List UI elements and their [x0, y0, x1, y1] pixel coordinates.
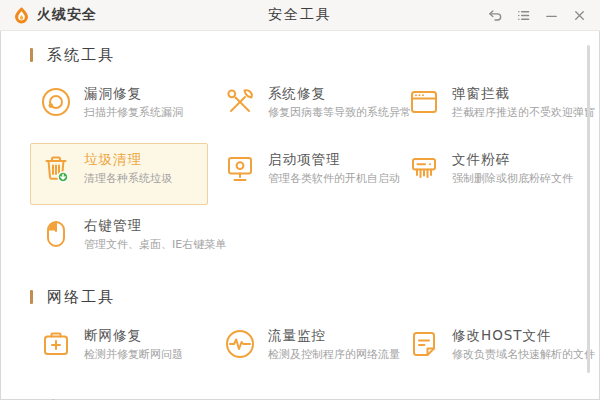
- tool-tile-network-repair[interactable]: 断网修复 检测并修复断网问题: [30, 319, 208, 381]
- tool-desc: 修复因病毒等导致的系统异常: [268, 105, 411, 120]
- tool-title: 右键管理: [84, 217, 226, 234]
- vulnerability-fix-icon: [38, 84, 74, 120]
- tool-title: 漏洞修复: [84, 85, 183, 102]
- section-0: 系统工具 漏洞修复 扫描并修复系统漏洞 系统修复 修复因病毒等导致的系统异常 弹…: [0, 45, 600, 271]
- close-icon[interactable]: [568, 4, 590, 26]
- tool-desc: 拦截程序推送的不受欢迎弹窗: [452, 105, 595, 120]
- tool-grid: 漏洞修复 扫描并修复系统漏洞 系统修复 修复因病毒等导致的系统异常 弹窗拦截 拦…: [0, 77, 600, 271]
- brand: 火绒安全: [0, 6, 97, 25]
- tool-title: 断网修复: [84, 327, 183, 344]
- tool-tile-host-file[interactable]: 修改HOST文件 修改负责域名快速解析的文件: [398, 319, 576, 381]
- tool-title: 修改HOST文件: [452, 327, 595, 344]
- mouse-icon: [38, 216, 74, 252]
- tool-tile-startup-manage[interactable]: 启动项管理 管理各类软件的开机自启动: [214, 143, 392, 205]
- back-icon[interactable]: [484, 4, 506, 26]
- tool-desc: 扫描并修复系统漏洞: [84, 105, 183, 120]
- file-shredder-icon: [406, 150, 442, 186]
- minimize-icon[interactable]: [540, 4, 562, 26]
- section-header: 网络工具: [0, 287, 600, 307]
- section-1: 网络工具 断网修复 检测并修复断网问题 流量监控 检测及控制程序的网络流量 修改…: [0, 287, 600, 381]
- tool-title: 启动项管理: [268, 151, 400, 168]
- tool-title: 弹窗拦截: [452, 85, 595, 102]
- tool-title: 垃圾清理: [84, 151, 172, 168]
- system-repair-icon: [222, 84, 258, 120]
- tools-content: 系统工具 漏洞修复 扫描并修复系统漏洞 系统修复 修复因病毒等导致的系统异常 弹…: [0, 31, 600, 400]
- window-controls: [484, 4, 600, 26]
- tool-grid: 断网修复 检测并修复断网问题 流量监控 检测及控制程序的网络流量 修改HOST文…: [0, 319, 600, 381]
- tool-desc: 清理各种系统垃圾: [84, 171, 172, 186]
- tool-tile-popup-block[interactable]: 弹窗拦截 拦截程序推送的不受欢迎弹窗: [398, 77, 576, 139]
- app-name: 火绒安全: [37, 6, 97, 24]
- section-label: 系统工具: [47, 46, 115, 65]
- tool-title: 流量监控: [268, 327, 400, 344]
- section-label: 网络工具: [47, 288, 115, 307]
- tool-tile-mouse[interactable]: 右键管理 管理文件、桌面、IE右键菜单: [30, 209, 208, 271]
- tool-title: 系统修复: [268, 85, 411, 102]
- tool-desc: 强制删除或彻底粉碎文件: [452, 171, 573, 186]
- vertical-scrollbar[interactable]: [587, 45, 590, 373]
- tool-desc: 检测及控制程序的网络流量: [268, 347, 400, 362]
- trash-icon: [38, 150, 74, 186]
- tool-tile-trash[interactable]: 垃圾清理 清理各种系统垃圾: [30, 143, 208, 205]
- tool-tile-traffic-monitor[interactable]: 流量监控 检测及控制程序的网络流量: [214, 319, 392, 381]
- startup-manage-icon: [222, 150, 258, 186]
- task-list-menu-icon[interactable]: [512, 4, 534, 26]
- huorong-flame-logo-icon: [12, 6, 31, 25]
- network-repair-icon: [38, 326, 74, 362]
- titlebar: 火绒安全 安全工具: [0, 0, 600, 31]
- traffic-monitor-icon: [222, 326, 258, 362]
- section-header: 系统工具: [0, 45, 600, 65]
- tool-desc: 管理各类软件的开机自启动: [268, 171, 400, 186]
- tool-desc: 检测并修复断网问题: [84, 347, 183, 362]
- tool-title: 文件粉碎: [452, 151, 573, 168]
- tool-desc: 管理文件、桌面、IE右键菜单: [84, 237, 226, 252]
- tool-tile-file-shredder[interactable]: 文件粉碎 强制删除或彻底粉碎文件: [398, 143, 576, 205]
- tool-tile-vulnerability-fix[interactable]: 漏洞修复 扫描并修复系统漏洞: [30, 77, 208, 139]
- section-accent-bar: [30, 290, 33, 304]
- tool-tile-system-repair[interactable]: 系统修复 修复因病毒等导致的系统异常: [214, 77, 392, 139]
- host-file-icon: [406, 326, 442, 362]
- tool-desc: 修改负责域名快速解析的文件: [452, 347, 595, 362]
- section-accent-bar: [30, 48, 33, 62]
- popup-block-icon: [406, 84, 442, 120]
